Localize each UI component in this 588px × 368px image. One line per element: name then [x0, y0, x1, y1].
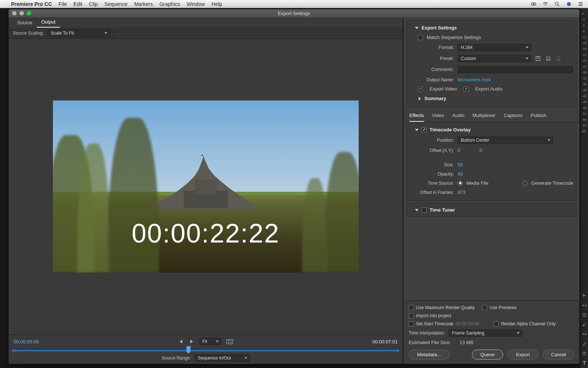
slip-tool-icon[interactable] — [581, 331, 587, 337]
format-dropdown[interactable]: H.264 — [458, 44, 531, 51]
render-alpha-checkbox[interactable] — [494, 321, 499, 326]
app-name[interactable]: Premiere Pro CC — [11, 1, 52, 7]
summary-header[interactable]: Summary — [410, 93, 573, 103]
timecode-overlay-text: 00:00:22:22 — [53, 218, 359, 248]
offset-frames-value[interactable]: 473 — [458, 190, 466, 195]
delete-preset-icon[interactable] — [555, 56, 562, 61]
aspect-ratio-icon[interactable] — [226, 339, 233, 344]
hand-tool-icon[interactable] — [581, 350, 587, 356]
export-settings-header[interactable]: Export Settings — [410, 23, 573, 33]
mac-menubar: Premiere Pro CC File Edit Clip Sequence … — [0, 0, 588, 8]
zoom-fit-dropdown[interactable]: Fit — [199, 338, 221, 345]
timecode-overlay-group: Timecode Overlay Position: Bottom Center… — [406, 122, 577, 201]
queue-button[interactable]: Queue — [472, 350, 503, 360]
close-button[interactable] — [12, 11, 17, 15]
menu-help[interactable]: Help — [212, 1, 222, 7]
step-back-icon[interactable] — [179, 339, 184, 344]
time-interpolation-dropdown[interactable]: Frame Sampling — [449, 329, 522, 337]
source-scaling-dropdown[interactable]: Scale To Fit — [47, 29, 110, 37]
opacity-value[interactable]: 40 — [458, 171, 463, 177]
step-forward-icon[interactable] — [189, 339, 194, 344]
timecode-right: 00:00:07:01 — [372, 339, 398, 344]
window-titlebar[interactable]: Export Settings — [8, 9, 580, 18]
menu-graphics[interactable]: Graphics — [159, 1, 180, 7]
tab-captions[interactable]: Captions — [504, 110, 523, 122]
ripple-tool-icon[interactable] — [581, 302, 587, 308]
playhead[interactable] — [186, 346, 191, 352]
menu-window[interactable]: Window — [187, 1, 205, 7]
minimize-button[interactable] — [19, 11, 24, 15]
wifi-icon[interactable] — [542, 1, 548, 7]
export-button[interactable]: Export — [508, 350, 538, 360]
export-audio-checkbox[interactable] — [463, 86, 469, 92]
timecode-overlay-checkbox[interactable] — [422, 127, 427, 132]
type-tool-icon[interactable] — [581, 360, 587, 366]
estimated-size-value: 13 MB — [460, 340, 474, 345]
range-track[interactable] — [14, 347, 398, 351]
preview-timeline: 00:00:03:05 Fit 00:00:07:01 Source Range… — [8, 335, 403, 364]
spotlight-icon[interactable] — [554, 1, 560, 7]
menu-edit[interactable]: Edit — [74, 1, 82, 7]
timecode-left[interactable]: 00:00:03:05 — [14, 339, 39, 344]
use-max-quality-label: Use Maximum Render Quality — [416, 305, 475, 310]
offset-y-value[interactable]: 0 — [480, 148, 482, 153]
scaling-bar: Source Scaling: Scale To Fit — [8, 28, 403, 39]
time-tuner-checkbox[interactable] — [422, 208, 427, 213]
output-name-link[interactable]: Monument.mp4 — [458, 77, 491, 82]
menu-markers[interactable]: Markers — [134, 1, 153, 7]
disclosure-icon — [415, 27, 419, 29]
metadata-button[interactable]: Metadata... — [409, 350, 449, 360]
comments-input[interactable] — [458, 66, 573, 73]
source-scaling-label: Source Scaling: — [13, 31, 44, 36]
tab-audio[interactable]: Audio — [452, 110, 465, 122]
tab-source[interactable]: Source — [13, 18, 37, 28]
size-value[interactable]: 50 — [458, 162, 463, 167]
selection-tool-icon[interactable] — [581, 293, 587, 299]
time-source-generate-radio[interactable] — [523, 181, 528, 186]
position-label: Position: — [410, 138, 454, 143]
tab-video[interactable]: Video — [432, 110, 444, 122]
import-into-project-checkbox[interactable] — [409, 313, 414, 318]
output-name-label: Output Name: — [410, 77, 454, 82]
tab-multiplexer[interactable]: Multiplexer — [473, 110, 496, 122]
tab-output[interactable]: Output — [37, 18, 60, 28]
razor-tool-icon[interactable] — [581, 322, 587, 328]
time-interpolation-label: Time Interpolation: — [409, 330, 445, 336]
settings-subtabs: Effects Video Audio Multiplexer Captions… — [404, 110, 580, 122]
video-preview[interactable]: 00:00:22:22 — [53, 100, 359, 273]
position-dropdown[interactable]: Bottom Center — [458, 137, 553, 144]
menu-sequence[interactable]: Sequence — [104, 1, 128, 7]
import-into-project-label: Import into project — [416, 313, 451, 318]
preset-dropdown[interactable]: Custom — [458, 55, 531, 62]
time-tuner-header[interactable]: Time Tuner — [410, 205, 573, 215]
match-sequence-checkbox[interactable] — [418, 35, 423, 40]
cc-cloud-icon[interactable] — [531, 1, 537, 7]
time-source-generate-label: Generate Timecode — [531, 180, 573, 186]
import-preset-icon[interactable] — [545, 56, 552, 61]
menu-clip[interactable]: Clip — [89, 1, 98, 7]
siri-icon[interactable] — [566, 1, 572, 7]
source-range-dropdown[interactable]: Sequence In/Out — [195, 354, 250, 362]
save-preset-icon[interactable] — [535, 56, 541, 61]
track-tool-icon[interactable] — [581, 312, 587, 318]
disclosure-icon — [415, 129, 419, 131]
set-start-timecode-checkbox[interactable] — [409, 321, 414, 326]
tab-effects[interactable]: Effects — [409, 110, 424, 122]
preview-pane: Source Output Source Scaling: Scale To F… — [8, 18, 403, 364]
time-tuner-group: Time Tuner — [406, 203, 577, 217]
source-range-label: Source Range: — [161, 355, 191, 361]
zoom-button[interactable] — [27, 11, 31, 15]
pen-tool-icon[interactable] — [581, 341, 587, 347]
time-source-media-radio[interactable] — [458, 181, 463, 186]
use-max-quality-checkbox[interactable] — [409, 305, 414, 310]
timecode-overlay-header[interactable]: Timecode Overlay — [410, 125, 573, 135]
svg-rect-5 — [195, 180, 217, 194]
offset-x-value[interactable]: 0 — [458, 148, 476, 153]
tab-publish[interactable]: Publish — [531, 110, 546, 122]
cancel-button[interactable]: Cancel — [543, 350, 574, 360]
notification-center-icon[interactable] — [578, 1, 584, 7]
use-previews-checkbox[interactable] — [482, 305, 487, 310]
menu-file[interactable]: File — [58, 1, 67, 7]
export-video-checkbox[interactable] — [418, 86, 423, 92]
audio-meter-strip: 0 -3 -6 -9 -12 -15 -18 -21 -24 -27 -30 -… — [580, 8, 588, 368]
